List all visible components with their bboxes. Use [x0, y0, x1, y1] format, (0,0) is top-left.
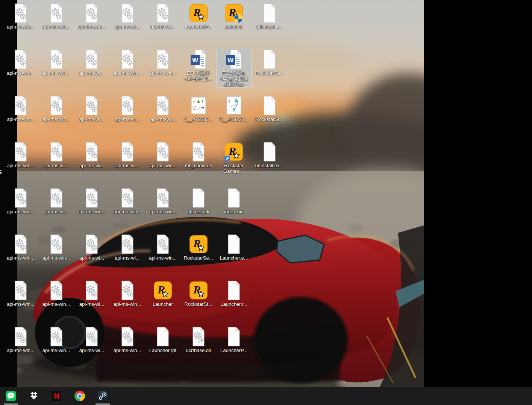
chrome-icon	[74, 391, 85, 401]
desktop-icon[interactable]: api-ms-win...	[3, 95, 38, 122]
desktop-icon[interactable]: api-ms-win...	[39, 234, 74, 261]
desktop-icon[interactable]: RockstarSe...	[252, 49, 287, 76]
desktop-icon[interactable]: offline.pak...	[252, 3, 287, 30]
desktop-icon[interactable]: api-ms-wi...	[74, 142, 109, 168]
desktop-icon[interactable]: api-ms-wi...	[110, 234, 145, 261]
desktop-icon[interactable]: api-ms-wi...	[74, 95, 109, 122]
taskbar-app-netflix[interactable]: N	[51, 387, 63, 405]
dll-file-icon	[117, 95, 138, 116]
dll-file-icon	[46, 326, 67, 347]
desktop-icon[interactable]: api-ms-win...	[3, 234, 38, 261]
desktop-icon[interactable]: api-ms-wi...	[110, 3, 145, 30]
desktop-icon[interactable]: api-ms-win...	[146, 142, 180, 168]
desktop-icon[interactable]: RRockstarGames ...	[217, 142, 251, 174]
dll-file-icon	[46, 142, 67, 162]
desktop-icon[interactable]: api-ms-win...	[3, 188, 38, 215]
desktop-icon[interactable]: api-ms-wi...	[146, 3, 180, 30]
taskbar: LINEN	[0, 387, 532, 405]
desktop-icon[interactable]: api-ms-win...	[39, 49, 74, 76]
desktop-icon[interactable]: api-ms-win...	[110, 326, 145, 353]
svg-text:◿: ◿	[197, 106, 200, 110]
desktop-icon[interactable]: api-ms-win...	[39, 326, 74, 353]
desktop-icon[interactable]: api-ms-win...	[39, 95, 74, 122]
desktop-icon-label: RockstarSt...	[181, 301, 216, 307]
desktop-icon[interactable]: api-ms-win...	[3, 142, 38, 168]
desktop-icon[interactable]: Launcher.rpf	[146, 326, 180, 353]
desktop-icon[interactable]: api-ms-win...	[74, 3, 109, 30]
desktop-icon[interactable]: api-ms-win...	[110, 280, 145, 307]
blank-file-icon	[259, 49, 280, 70]
desktop-icon[interactable]: RLauncher	[146, 280, 180, 307]
desktop-icon[interactable]: Launcher.e...	[217, 234, 251, 261]
desktop-icon[interactable]: offline.pak	[181, 188, 216, 215]
desktop-icon[interactable]: api-ms-wi...	[74, 280, 109, 307]
desktop-icon[interactable]: api-ms-wi...	[39, 142, 74, 168]
dll-file-icon	[117, 280, 138, 301]
blank-file-icon	[153, 326, 173, 347]
desktop-icon[interactable]: api-ms-wi...	[74, 234, 109, 261]
svg-text:☀: ☀	[192, 100, 196, 104]
desktop-icon-label: mtl_libovr.dll	[181, 163, 216, 168]
desktop-icon[interactable]: ☀♣↑☺◿⚑S__419233...	[181, 95, 216, 122]
desktop-icon[interactable]: api-ms-win...	[146, 49, 180, 76]
desktop-icon[interactable]: S__419233...	[217, 95, 251, 122]
desktop-icon[interactable]: api-ms-win...	[3, 3, 38, 30]
desktop-icon[interactable]: mtl_libovr.dll	[181, 142, 216, 168]
desktop-icon[interactable]: WEQ 學習單-04-思考對情緒的影響	[217, 49, 251, 87]
desktop-icon[interactable]: LauncherP...	[217, 326, 251, 353]
photo-grid-icon: ☀♣↑☺◿⚑	[188, 95, 209, 116]
desktop-icon[interactable]: WEQ 學習單-03-身體對...	[181, 49, 216, 82]
dll-file-icon	[82, 3, 102, 23]
taskbar-app-steam[interactable]	[97, 387, 109, 405]
desktop-icon[interactable]: RRockstarSe...	[181, 234, 216, 261]
desktop-icon[interactable]: RockstarSt...	[252, 95, 287, 122]
photo-back-icon	[224, 95, 244, 116]
desktop-icon-label: api-ms-wi...	[39, 163, 74, 168]
dll-file-icon	[153, 3, 173, 23]
desktop-icon-label: api-ms-wi...	[110, 116, 145, 122]
desktop-icon-label: S__419233...	[181, 116, 216, 122]
svg-text:♣: ♣	[197, 100, 200, 104]
desktop-icon[interactable]: Launcher.r...	[217, 280, 251, 307]
dll-file-icon	[82, 326, 102, 347]
desktop-icon[interactable]: api-ms-win...	[39, 3, 74, 30]
running-indicator	[4, 403, 18, 405]
taskbar-app-line[interactable]: LINE	[5, 387, 17, 405]
desktop-icon[interactable]: uninstall.ex...	[252, 142, 287, 168]
desktop-icon[interactable]: api-ms-wi...	[110, 142, 145, 168]
desktop-icon[interactable]: api-ms-wi...	[110, 95, 145, 122]
desktop-icon[interactable]: api-ms-win...	[3, 280, 38, 307]
taskbar-app-dropbox[interactable]	[28, 387, 40, 405]
desktop-icon[interactable]: RRockstarSt...	[181, 280, 216, 307]
desktop-icon[interactable]: api-ms-win...	[110, 188, 145, 215]
desktop-icon-label: EQ 學習單-04-思考對情緒的影響	[217, 70, 251, 87]
desktop-icon[interactable]: api-ms-wi...	[74, 326, 109, 353]
desktop-icon-label: api-ms-wi...	[74, 163, 109, 168]
desktop-icon-label: offline.pak	[181, 209, 216, 215]
desktop-icon-label: api-ms-win...	[3, 24, 38, 30]
desktop-icon-label: ucrtbase.dll	[181, 348, 216, 353]
dll-file-icon	[46, 188, 67, 208]
blank-file-icon	[224, 234, 244, 254]
desktop-icon[interactable]: ucrtbase.dll	[181, 326, 216, 353]
desktop-icon[interactable]: api-ms-win...	[3, 49, 38, 76]
desktop-icon-label: api-ms-win...	[146, 163, 180, 168]
desktop-icon[interactable]: api-ms-win...	[146, 188, 180, 215]
desktop-icon[interactable]: api-ms-wi...	[39, 188, 74, 215]
dll-file-icon	[82, 95, 102, 116]
dropbox-icon	[28, 391, 39, 401]
desktop-icon[interactable]: api-ms-win...	[74, 188, 109, 215]
desktop-icon[interactable]: api-ms-wi...	[74, 49, 109, 76]
desktop-icon[interactable]: api-ms-win...	[39, 280, 74, 307]
desktop-icon[interactable]: api-ms-win...	[3, 326, 38, 353]
desktop-icon[interactable]: api-ms-win...	[110, 49, 145, 76]
dll-file-icon	[117, 234, 138, 254]
dll-file-icon	[11, 3, 31, 23]
blank-file-icon	[224, 188, 244, 208]
desktop-icon[interactable]: RLauncherP...	[181, 3, 216, 30]
desktop-icon[interactable]: Runinstall	[217, 3, 251, 30]
desktop-icon[interactable]: index.bin	[217, 188, 251, 215]
desktop-icon[interactable]: api-ms-wi...	[146, 95, 180, 122]
taskbar-app-chrome[interactable]	[74, 387, 86, 405]
desktop-icon[interactable]: api-ms-win...	[146, 234, 180, 261]
